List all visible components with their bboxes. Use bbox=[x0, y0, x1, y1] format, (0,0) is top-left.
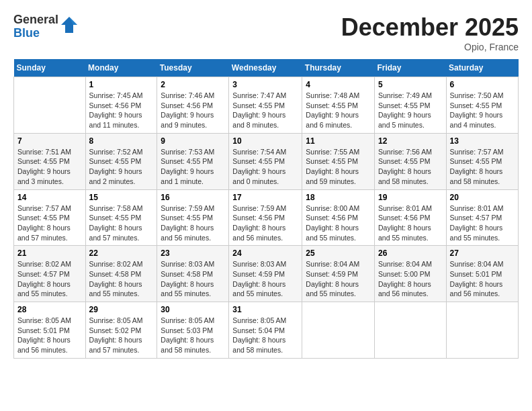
day-info: Sunrise: 8:03 AM Sunset: 4:59 PM Dayligh… bbox=[232, 259, 298, 299]
calendar-cell: 1Sunrise: 7:45 AM Sunset: 4:56 PM Daylig… bbox=[85, 77, 157, 134]
calendar-cell: 22Sunrise: 8:02 AM Sunset: 4:58 PM Dayli… bbox=[85, 246, 157, 302]
day-info: Sunrise: 7:59 AM Sunset: 4:56 PM Dayligh… bbox=[232, 203, 298, 243]
day-info: Sunrise: 7:59 AM Sunset: 4:55 PM Dayligh… bbox=[161, 203, 225, 243]
day-info: Sunrise: 7:51 AM Sunset: 4:55 PM Dayligh… bbox=[17, 147, 82, 187]
calendar-cell bbox=[14, 77, 86, 134]
day-number: 21 bbox=[17, 248, 82, 258]
day-number: 29 bbox=[89, 305, 154, 314]
day-info: Sunrise: 7:52 AM Sunset: 4:55 PM Dayligh… bbox=[89, 147, 154, 187]
day-number: 9 bbox=[161, 136, 225, 146]
day-number: 20 bbox=[450, 193, 515, 202]
calendar-cell: 26Sunrise: 8:04 AM Sunset: 5:00 PM Dayli… bbox=[374, 246, 446, 302]
day-info: Sunrise: 8:05 AM Sunset: 5:04 PM Dayligh… bbox=[232, 316, 298, 355]
calendar-cell bbox=[446, 302, 518, 359]
day-info: Sunrise: 8:01 AM Sunset: 4:56 PM Dayligh… bbox=[378, 203, 443, 243]
day-number: 1 bbox=[89, 80, 154, 89]
day-info: Sunrise: 7:46 AM Sunset: 4:56 PM Dayligh… bbox=[161, 91, 225, 130]
calendar-cell: 15Sunrise: 7:58 AM Sunset: 4:55 PM Dayli… bbox=[85, 189, 157, 246]
day-info: Sunrise: 8:00 AM Sunset: 4:56 PM Dayligh… bbox=[306, 203, 371, 243]
calendar-cell: 8Sunrise: 7:52 AM Sunset: 4:55 PM Daylig… bbox=[85, 133, 157, 189]
day-number: 7 bbox=[17, 136, 82, 146]
day-info: Sunrise: 8:05 AM Sunset: 5:03 PM Dayligh… bbox=[161, 316, 225, 355]
page-header: General Blue December 2025 Opio, France bbox=[13, 13, 519, 52]
calendar-cell: 17Sunrise: 7:59 AM Sunset: 4:56 PM Dayli… bbox=[229, 189, 302, 246]
day-number: 31 bbox=[232, 305, 298, 314]
day-number: 6 bbox=[450, 80, 515, 89]
calendar-cell: 4Sunrise: 7:48 AM Sunset: 4:55 PM Daylig… bbox=[302, 77, 375, 134]
calendar-cell: 28Sunrise: 8:05 AM Sunset: 5:01 PM Dayli… bbox=[14, 302, 86, 359]
day-number: 18 bbox=[306, 193, 371, 202]
calendar-cell: 5Sunrise: 7:49 AM Sunset: 4:55 PM Daylig… bbox=[374, 77, 446, 134]
day-info: Sunrise: 8:01 AM Sunset: 4:57 PM Dayligh… bbox=[450, 203, 515, 243]
col-monday: Monday bbox=[85, 59, 157, 77]
day-number: 10 bbox=[232, 136, 298, 146]
day-info: Sunrise: 7:53 AM Sunset: 4:55 PM Dayligh… bbox=[161, 147, 225, 187]
day-info: Sunrise: 8:05 AM Sunset: 5:02 PM Dayligh… bbox=[89, 316, 154, 355]
day-info: Sunrise: 7:56 AM Sunset: 4:55 PM Dayligh… bbox=[378, 147, 443, 187]
day-number: 15 bbox=[89, 193, 154, 202]
day-info: Sunrise: 7:58 AM Sunset: 4:55 PM Dayligh… bbox=[89, 203, 154, 243]
col-wednesday: Wednesday bbox=[229, 59, 302, 77]
day-info: Sunrise: 8:02 AM Sunset: 4:58 PM Dayligh… bbox=[89, 259, 154, 299]
calendar-cell: 20Sunrise: 8:01 AM Sunset: 4:57 PM Dayli… bbox=[446, 189, 518, 246]
calendar-cell: 24Sunrise: 8:03 AM Sunset: 4:59 PM Dayli… bbox=[229, 246, 302, 302]
day-info: Sunrise: 8:02 AM Sunset: 4:57 PM Dayligh… bbox=[17, 259, 82, 299]
day-info: Sunrise: 8:05 AM Sunset: 5:01 PM Dayligh… bbox=[17, 316, 82, 355]
day-number: 12 bbox=[378, 136, 443, 146]
day-number: 27 bbox=[450, 248, 515, 258]
day-number: 24 bbox=[232, 248, 298, 258]
col-sunday: Sunday bbox=[14, 59, 86, 77]
day-number: 3 bbox=[232, 80, 298, 89]
logo-blue-text: Blue bbox=[13, 27, 58, 40]
calendar-cell: 14Sunrise: 7:57 AM Sunset: 4:55 PM Dayli… bbox=[14, 189, 86, 246]
calendar-cell: 9Sunrise: 7:53 AM Sunset: 4:55 PM Daylig… bbox=[157, 133, 229, 189]
calendar-cell: 18Sunrise: 8:00 AM Sunset: 4:56 PM Dayli… bbox=[302, 189, 375, 246]
month-title: December 2025 bbox=[341, 13, 519, 42]
calendar-cell: 31Sunrise: 8:05 AM Sunset: 5:04 PM Dayli… bbox=[229, 302, 302, 359]
calendar-cell: 12Sunrise: 7:56 AM Sunset: 4:55 PM Dayli… bbox=[374, 133, 446, 189]
day-info: Sunrise: 8:04 AM Sunset: 5:01 PM Dayligh… bbox=[450, 259, 515, 299]
logo-general-text: General bbox=[13, 13, 58, 27]
day-number: 28 bbox=[17, 305, 82, 314]
day-info: Sunrise: 7:47 AM Sunset: 4:55 PM Dayligh… bbox=[232, 91, 298, 130]
calendar-cell bbox=[374, 302, 446, 359]
calendar-cell: 2Sunrise: 7:46 AM Sunset: 4:56 PM Daylig… bbox=[157, 77, 229, 134]
calendar-week-4: 21Sunrise: 8:02 AM Sunset: 4:57 PM Dayli… bbox=[14, 246, 519, 302]
calendar-cell: 19Sunrise: 8:01 AM Sunset: 4:56 PM Dayli… bbox=[374, 189, 446, 246]
calendar-week-1: 1Sunrise: 7:45 AM Sunset: 4:56 PM Daylig… bbox=[14, 77, 519, 134]
day-number: 23 bbox=[161, 248, 225, 258]
calendar-cell: 27Sunrise: 8:04 AM Sunset: 5:01 PM Dayli… bbox=[446, 246, 518, 302]
day-info: Sunrise: 7:57 AM Sunset: 4:55 PM Dayligh… bbox=[17, 203, 82, 243]
calendar-week-2: 7Sunrise: 7:51 AM Sunset: 4:55 PM Daylig… bbox=[14, 133, 519, 189]
day-number: 25 bbox=[306, 248, 371, 258]
col-thursday: Thursday bbox=[302, 59, 375, 77]
col-saturday: Saturday bbox=[446, 59, 518, 77]
col-friday: Friday bbox=[374, 59, 446, 77]
calendar-cell: 16Sunrise: 7:59 AM Sunset: 4:55 PM Dayli… bbox=[157, 189, 229, 246]
day-number: 19 bbox=[378, 193, 443, 202]
day-number: 22 bbox=[89, 248, 154, 258]
calendar-cell: 3Sunrise: 7:47 AM Sunset: 4:55 PM Daylig… bbox=[229, 77, 302, 134]
title-area: December 2025 Opio, France bbox=[341, 13, 519, 52]
day-number: 30 bbox=[161, 305, 225, 314]
day-info: Sunrise: 7:50 AM Sunset: 4:55 PM Dayligh… bbox=[450, 91, 515, 130]
calendar-cell: 6Sunrise: 7:50 AM Sunset: 4:55 PM Daylig… bbox=[446, 77, 518, 134]
calendar-cell: 23Sunrise: 8:03 AM Sunset: 4:58 PM Dayli… bbox=[157, 246, 229, 302]
day-number: 13 bbox=[450, 136, 515, 146]
day-number: 17 bbox=[232, 193, 298, 202]
day-info: Sunrise: 8:04 AM Sunset: 4:59 PM Dayligh… bbox=[306, 259, 371, 299]
day-info: Sunrise: 7:55 AM Sunset: 4:55 PM Dayligh… bbox=[306, 147, 371, 187]
day-number: 2 bbox=[161, 80, 225, 89]
calendar-week-3: 14Sunrise: 7:57 AM Sunset: 4:55 PM Dayli… bbox=[14, 189, 519, 246]
location: Opio, France bbox=[341, 42, 519, 52]
day-info: Sunrise: 7:57 AM Sunset: 4:55 PM Dayligh… bbox=[450, 147, 515, 187]
calendar-cell: 7Sunrise: 7:51 AM Sunset: 4:55 PM Daylig… bbox=[14, 133, 86, 189]
calendar-cell: 25Sunrise: 8:04 AM Sunset: 4:59 PM Dayli… bbox=[302, 246, 375, 302]
calendar-cell: 21Sunrise: 8:02 AM Sunset: 4:57 PM Dayli… bbox=[14, 246, 86, 302]
calendar-cell: 29Sunrise: 8:05 AM Sunset: 5:02 PM Dayli… bbox=[85, 302, 157, 359]
day-info: Sunrise: 7:54 AM Sunset: 4:55 PM Dayligh… bbox=[232, 147, 298, 187]
calendar-table: Sunday Monday Tuesday Wednesday Thursday… bbox=[13, 59, 519, 359]
logo: General Blue bbox=[13, 13, 79, 40]
day-number: 14 bbox=[17, 193, 82, 202]
calendar-cell bbox=[302, 302, 375, 359]
